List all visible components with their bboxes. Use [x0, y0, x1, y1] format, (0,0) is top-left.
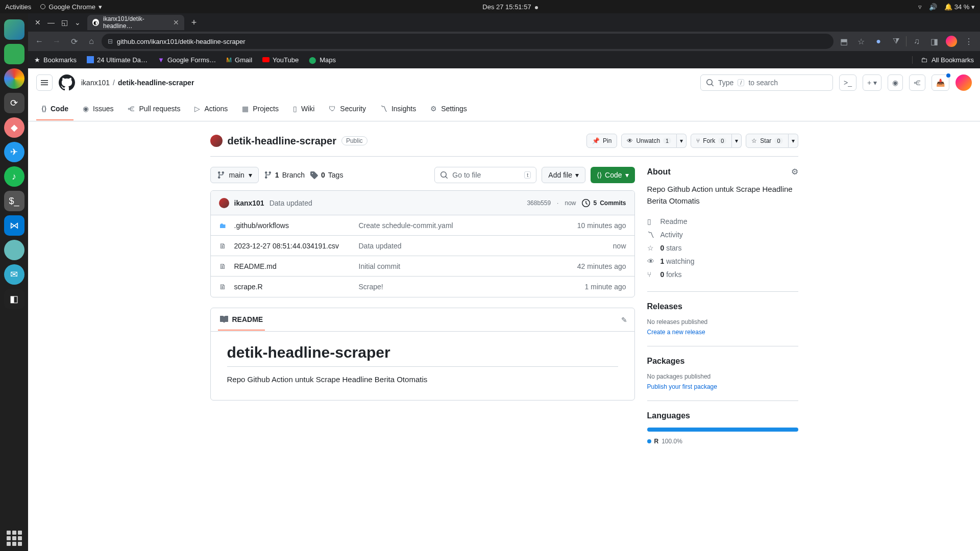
file-row[interactable]: 🗎 scrape.R Scrape! 1 minute ago: [211, 277, 634, 297]
dock-chrome[interactable]: [4, 68, 24, 89]
repo-owner-avatar[interactable]: [210, 135, 223, 147]
tab-pulls[interactable]: ⥺Pull requests: [122, 98, 185, 120]
battery-indicator[interactable]: 🔔 34 % ▾: [944, 3, 975, 11]
url-input[interactable]: ⊟ github.com/ikanx101/detik-headline-scr…: [102, 34, 834, 49]
about-settings[interactable]: ⚙: [791, 167, 798, 177]
dock-app-12[interactable]: ◧: [4, 289, 24, 309]
watching-link[interactable]: 👁1 watching: [647, 255, 798, 268]
pin-button[interactable]: 📌 Pin: [586, 134, 617, 148]
bookmark-item[interactable]: MGmail: [226, 56, 252, 64]
site-info-icon[interactable]: ⊟: [108, 38, 113, 45]
dock-spotify[interactable]: ♪: [4, 166, 24, 187]
nav-menu-button[interactable]: [36, 74, 53, 91]
media-icon[interactable]: ♫: [910, 34, 924, 48]
issues-shortcut[interactable]: ◉: [888, 74, 903, 91]
dock-app-1[interactable]: [4, 19, 24, 40]
window-restore[interactable]: ◱: [58, 16, 71, 29]
dock-telegram[interactable]: ✈: [4, 142, 24, 162]
sidepanel-icon[interactable]: ◨: [927, 34, 941, 48]
nav-home[interactable]: ⌂: [84, 34, 99, 48]
github-logo[interactable]: [59, 74, 75, 91]
tags-link[interactable]: 0 Tags: [310, 171, 343, 179]
dock-app-5[interactable]: ◆: [4, 117, 24, 138]
all-bookmarks[interactable]: 🗀 All Bookmarks: [912, 56, 974, 64]
activities-button[interactable]: Activities: [5, 3, 31, 11]
command-palette-button[interactable]: >_: [839, 74, 856, 91]
tab-wiki[interactable]: ▯Wiki: [288, 98, 320, 120]
tab-search[interactable]: ⌄: [71, 16, 84, 29]
file-row[interactable]: 🗎 README.md Initial commit 42 minutes ag…: [211, 256, 634, 277]
new-tab-button[interactable]: +: [187, 16, 201, 29]
packages-heading[interactable]: Packages: [647, 357, 798, 366]
tab-settings[interactable]: ⚙Settings: [425, 98, 472, 120]
dock-app-2[interactable]: [4, 44, 24, 64]
tab-close[interactable]: ✕: [173, 18, 179, 27]
wifi-icon[interactable]: ▿: [918, 3, 922, 11]
file-commit-msg[interactable]: Data updated: [359, 242, 606, 250]
activity-link[interactable]: 〽Activity: [647, 228, 798, 241]
edit-readme-button[interactable]: ✎: [621, 316, 627, 324]
star-menu[interactable]: ▾: [789, 134, 798, 148]
fork-menu[interactable]: ▾: [732, 134, 742, 148]
file-name[interactable]: .github/workflows: [234, 221, 352, 230]
latest-commit[interactable]: ikanx101 Data updated 368b559 · now 5 Co…: [211, 191, 634, 215]
file-commit-msg[interactable]: Create schedule-commit.yaml: [359, 221, 570, 230]
bookmark-item[interactable]: 24 Ultimate Da…: [87, 56, 148, 64]
tab-projects[interactable]: ▦Projects: [237, 98, 284, 120]
file-row[interactable]: 🗎 2023-12-27 08:51:44.034191.csv Data up…: [211, 236, 634, 256]
create-release-link[interactable]: Create a new release: [647, 329, 705, 336]
language-item[interactable]: R 100.0%: [647, 438, 798, 445]
tab-code[interactable]: ⟨⟩Code: [36, 98, 74, 120]
clock[interactable]: Des 27 15:51:57: [102, 3, 918, 11]
app-menu[interactable]: Google Chrome ▾: [40, 3, 102, 11]
tab-insights[interactable]: 〽Insights: [375, 98, 421, 120]
extensions-icon[interactable]: ⧩: [889, 34, 903, 48]
chrome-menu[interactable]: ⋮: [962, 34, 976, 48]
nav-reload[interactable]: ⟳: [67, 34, 81, 48]
search-input[interactable]: Type/to search: [700, 74, 833, 91]
dock-vscode[interactable]: ⋈: [4, 215, 24, 236]
owner-link[interactable]: ikanx101: [81, 79, 110, 87]
avatar-icon[interactable]: [944, 34, 959, 48]
star-button[interactable]: ☆ Star 0: [746, 134, 788, 148]
dock-app-4[interactable]: ⟳: [4, 93, 24, 113]
profile-sync-icon[interactable]: ●: [871, 34, 886, 48]
bookmark-item[interactable]: ▼Google Forms…: [158, 56, 216, 64]
notifications-button[interactable]: 📥: [932, 74, 949, 91]
window-close[interactable]: ✕: [31, 16, 44, 29]
publish-package-link[interactable]: Publish your first package: [647, 383, 717, 390]
stars-link[interactable]: ☆0 stars: [647, 241, 798, 255]
file-name[interactable]: README.md: [234, 262, 352, 270]
volume-icon[interactable]: 🔊: [929, 3, 937, 11]
watch-menu[interactable]: ▾: [677, 134, 687, 148]
commit-message[interactable]: Data updated: [270, 199, 312, 207]
file-commit-msg[interactable]: Scrape!: [359, 283, 578, 291]
branches-link[interactable]: 1 Branch: [264, 171, 305, 179]
releases-heading[interactable]: Releases: [647, 302, 798, 311]
file-row[interactable]: 🖿 .github/workflows Create schedule-comm…: [211, 215, 634, 236]
branch-selector[interactable]: main ▾: [210, 167, 259, 183]
browser-tab[interactable]: ◐ ikanx101/detik-headline… ✕: [87, 15, 184, 30]
create-new-button[interactable]: + ▾: [863, 74, 881, 91]
readme-link[interactable]: ▯Readme: [647, 215, 798, 228]
fork-button[interactable]: ⑂ Fork 0: [691, 134, 732, 148]
nav-back[interactable]: ←: [32, 34, 46, 48]
user-avatar[interactable]: [955, 74, 972, 91]
commit-sha[interactable]: 368b559: [527, 199, 551, 207]
commits-link[interactable]: 5 Commits: [582, 199, 626, 207]
pulls-shortcut[interactable]: ⥺: [909, 74, 925, 91]
add-file-button[interactable]: Add file ▾: [542, 167, 585, 183]
dock-app-10[interactable]: [4, 240, 24, 260]
forks-link[interactable]: ⑂0 forks: [647, 268, 798, 281]
readme-tab[interactable]: README: [218, 309, 265, 331]
dock-show-apps[interactable]: [7, 531, 22, 546]
file-search[interactable]: Go to filet: [434, 167, 536, 183]
repo-link[interactable]: detik-headline-scraper: [118, 79, 194, 87]
commit-author[interactable]: ikanx101: [234, 199, 264, 207]
tab-actions[interactable]: ▷Actions: [189, 98, 233, 120]
code-button[interactable]: ⟨⟩ Code ▾: [591, 167, 634, 183]
bookmark-item[interactable]: ★ Bookmarks: [34, 56, 77, 64]
commit-author-avatar[interactable]: [219, 198, 229, 208]
tab-security[interactable]: 🛡Security: [324, 98, 371, 120]
dock-mail[interactable]: ✉: [4, 264, 24, 285]
